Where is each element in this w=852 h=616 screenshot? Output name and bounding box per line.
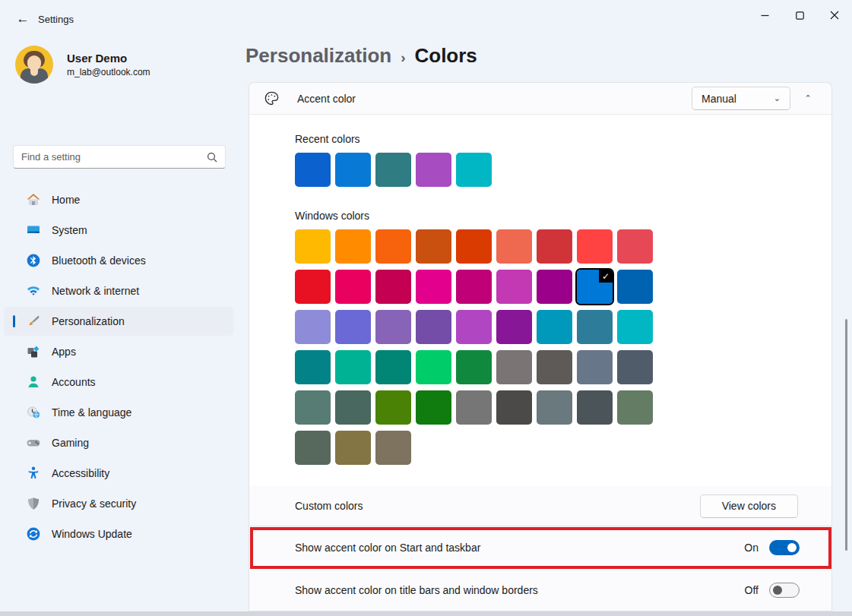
windows-color-swatch[interactable] [617,229,653,264]
apps-icon [25,344,41,360]
sidebar-item-system[interactable]: System [4,216,233,245]
windows-color-swatch[interactable] [577,229,613,264]
windows-color-swatch[interactable] [416,390,451,425]
windows-color-swatch[interactable] [335,350,371,384]
windows-color-swatch[interactable] [375,350,411,384]
windows-color-swatch[interactable] [496,350,532,384]
windows-color-swatch[interactable] [295,229,331,264]
recent-color-swatch[interactable] [416,153,451,187]
sidebar-item-label: Windows Update [52,528,132,540]
windows-color-swatch[interactable] [416,310,451,344]
windows-color-swatch[interactable] [496,270,532,304]
checkmark-icon: ✓ [599,270,613,283]
windows-color-swatch[interactable] [295,270,331,304]
sidebar-item-home[interactable]: Home [4,185,233,214]
windows-color-swatch[interactable] [537,310,572,344]
sidebar-item-network[interactable]: Network & internet [4,276,233,305]
sidebar-item-accessibility[interactable]: Accessibility [4,459,233,488]
windows-color-swatch-selected[interactable]: ✓ [577,270,613,304]
accent-titlebars-row: Show accent color on title bars and wind… [249,569,832,611]
windows-color-swatch[interactable] [416,270,451,304]
windows-color-swatch[interactable] [617,390,653,425]
windows-color-swatch[interactable] [496,229,532,264]
windows-color-swatch[interactable] [295,310,331,344]
windows-color-swatch[interactable] [537,229,572,264]
accent-mode-dropdown[interactable]: Manual ⌄ [692,87,790,110]
accent-titlebars-toggle[interactable] [769,583,800,598]
windows-color-swatch[interactable] [295,431,331,465]
sidebar-item-gaming[interactable]: Gaming [4,428,233,457]
windows-color-swatch[interactable] [375,270,411,304]
windows-color-swatch[interactable] [375,390,411,425]
windows-color-swatch[interactable] [496,310,532,344]
windows-color-swatch[interactable] [537,270,572,304]
sidebar-nav: HomeSystemBluetooth & devicesNetwork & i… [4,185,233,550]
minimize-button[interactable] [747,0,782,30]
recent-color-swatch[interactable] [375,153,411,187]
sidebar-item-accounts[interactable]: Accounts [4,368,233,396]
sidebar-item-personalization[interactable]: Personalization [4,307,233,336]
windows-color-swatch[interactable] [375,229,411,264]
windows-color-swatch[interactable] [295,390,331,425]
windows-color-swatch[interactable] [375,431,411,465]
sidebar-item-label: Network & internet [52,285,139,297]
windows-color-swatch[interactable] [335,390,371,425]
windows-color-swatch[interactable] [537,350,572,384]
sidebar-item-bluetooth[interactable]: Bluetooth & devices [4,246,233,275]
windows-colors-grid: ✓ [295,229,658,471]
breadcrumb-personalization[interactable]: Personalization [245,44,391,68]
sidebar-item-update[interactable]: Windows Update [4,520,233,548]
accent-start-taskbar-label: Show accent color on Start and taskbar [295,542,744,554]
view-colors-button[interactable]: View colors [700,494,798,518]
back-button[interactable]: ← [11,10,35,28]
windows-color-swatch[interactable] [456,229,492,264]
sidebar-item-apps[interactable]: Apps [4,337,233,366]
windows-color-swatch[interactable] [456,350,492,384]
accent-start-taskbar-toggle[interactable] [769,540,800,555]
palette-icon [263,90,280,107]
search-box[interactable] [13,145,226,169]
windows-color-swatch[interactable] [335,310,371,344]
sidebar-item-time[interactable]: Time & language [4,398,233,427]
windows-color-swatch[interactable] [456,270,492,304]
recent-colors-label: Recent colors [295,133,831,145]
collapse-expander[interactable]: ⌃ [795,87,821,110]
sidebar-item-label: Accessibility [52,467,109,479]
windows-color-swatch[interactable] [416,229,451,264]
maximize-button[interactable] [782,0,817,30]
windows-color-swatch[interactable] [456,390,492,425]
windows-color-swatch[interactable] [537,390,572,425]
toggle-knob [787,543,797,552]
close-button[interactable] [817,0,852,30]
recent-color-swatch[interactable] [295,153,331,187]
windows-color-swatch[interactable] [496,390,532,425]
windows-color-swatch[interactable] [577,310,613,344]
breadcrumb-separator: › [401,49,405,66]
vertical-scrollbar[interactable] [845,319,847,551]
windows-color-swatch[interactable] [577,350,613,384]
windows-color-swatch[interactable] [295,350,331,384]
recent-color-swatch[interactable] [335,153,371,187]
search-input[interactable] [21,151,207,163]
search-icon [207,152,217,163]
windows-color-swatch[interactable] [335,270,371,304]
windows-color-swatch[interactable] [617,310,653,344]
breadcrumb: Personalization › Colors [245,44,477,68]
windows-color-swatch[interactable] [416,350,451,384]
windows-color-swatch[interactable] [617,350,653,384]
windows-color-swatch[interactable] [456,310,492,344]
titlebar: ← Settings [0,0,852,36]
recent-color-swatch[interactable] [456,153,492,187]
windows-color-swatch[interactable] [617,270,653,304]
sidebar-item-label: Apps [52,346,76,358]
sidebar-item-privacy[interactable]: Privacy & security [4,489,233,518]
accent-start-taskbar-state: On [744,542,759,554]
windows-color-swatch[interactable] [335,431,371,465]
window-bottom-edge [0,611,852,616]
windows-color-swatch[interactable] [335,229,371,264]
sidebar-item-label: Gaming [52,437,89,449]
accent-color-header[interactable]: Accent color Manual ⌄ ⌃ [249,83,831,115]
windows-color-swatch[interactable] [375,310,411,344]
user-profile[interactable]: User Demo m_lab@outlook.com [15,46,150,84]
windows-color-swatch[interactable] [577,390,613,425]
